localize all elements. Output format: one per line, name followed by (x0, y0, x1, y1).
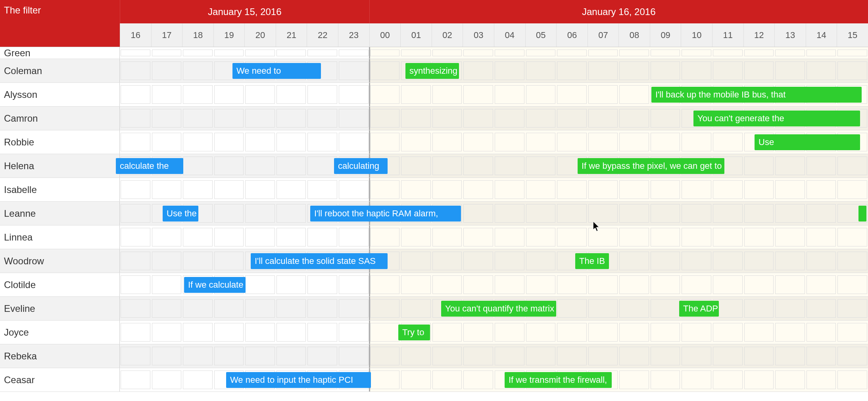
timeline-cell[interactable] (214, 252, 244, 270)
timeline-cell[interactable] (307, 299, 337, 318)
timeline-cell[interactable] (588, 133, 618, 151)
timeline-cell[interactable] (588, 204, 618, 223)
timeline-cell[interactable] (495, 85, 524, 104)
timeline-cell[interactable] (526, 204, 556, 223)
timeline-cell[interactable] (775, 275, 805, 294)
timeline-cell[interactable] (807, 299, 836, 318)
timeline-cell[interactable] (183, 252, 213, 270)
timeline-cell[interactable] (526, 252, 556, 270)
timeline-cell[interactable] (152, 370, 182, 389)
timeline-cell[interactable] (682, 133, 711, 151)
timeline-cell[interactable] (619, 228, 649, 246)
day-header-1[interactable]: January 16, 2016 (369, 0, 868, 23)
timeline-cell[interactable] (526, 157, 556, 175)
hour-header[interactable]: 20 (244, 23, 276, 47)
timeline-cell[interactable] (277, 228, 306, 246)
timeline-cell[interactable] (307, 133, 337, 151)
timeline-cell[interactable] (401, 180, 431, 199)
timeline-cell[interactable] (307, 157, 337, 175)
timeline-cell[interactable] (837, 370, 867, 389)
timeline-cell[interactable] (370, 228, 400, 246)
event-bar[interactable]: synthesizing (405, 63, 459, 79)
timeline-cell[interactable] (837, 347, 867, 365)
timeline-cell[interactable] (401, 299, 431, 318)
resource-label[interactable]: Coleman (0, 59, 120, 82)
timeline-cell[interactable] (401, 133, 431, 151)
timeline-cell[interactable] (121, 85, 150, 104)
timeline-cell[interactable] (463, 347, 493, 365)
timeline-cell[interactable] (307, 275, 337, 294)
timeline-cell[interactable] (619, 50, 649, 56)
resource-track[interactable]: I'll calculate the solid state SASThe IB (120, 249, 868, 273)
timeline-cell[interactable] (588, 85, 618, 104)
timeline-cell[interactable] (121, 228, 150, 246)
timeline-cell[interactable] (837, 252, 867, 270)
timeline-cell[interactable] (495, 323, 524, 342)
hour-header[interactable]: 15 (837, 23, 868, 47)
timeline-cell[interactable] (121, 180, 150, 199)
timeline-cell[interactable] (245, 204, 275, 223)
timeline-cell[interactable] (557, 109, 587, 128)
timeline-cell[interactable] (463, 50, 493, 56)
resource-track[interactable]: If we calculate (120, 273, 868, 296)
timeline-cell[interactable] (121, 323, 150, 342)
resource-track[interactable] (120, 47, 868, 59)
timeline-cell[interactable] (588, 109, 618, 128)
timeline-cell[interactable] (744, 252, 774, 270)
hour-header[interactable]: 17 (151, 23, 182, 47)
timeline-cell[interactable] (152, 133, 182, 151)
timeline-cell[interactable] (339, 180, 369, 199)
timeline-cell[interactable] (775, 61, 805, 80)
event-bar[interactable]: If we bypass the pixel, we can get to (578, 158, 724, 174)
timeline-cell[interactable] (619, 180, 649, 199)
timeline-cell[interactable] (245, 228, 275, 246)
hour-header[interactable]: 05 (525, 23, 557, 47)
hour-header[interactable]: 01 (400, 23, 432, 47)
timeline-cell[interactable] (557, 50, 587, 56)
timeline-cell[interactable] (588, 228, 618, 246)
timeline-cell[interactable] (463, 157, 493, 175)
resource-track[interactable]: calculate thecalculatingIf we bypass the… (120, 154, 868, 178)
timeline-cell[interactable] (495, 133, 524, 151)
timeline-cell[interactable] (463, 370, 493, 389)
timeline-cell[interactable] (526, 275, 556, 294)
timeline-cell[interactable] (744, 157, 774, 175)
timeline-cell[interactable] (713, 50, 743, 56)
timeline-cell[interactable] (495, 109, 524, 128)
timeline-cell[interactable] (651, 50, 680, 56)
timeline-cell[interactable] (713, 228, 743, 246)
timeline-cell[interactable] (775, 299, 805, 318)
timeline-cell[interactable] (807, 157, 836, 175)
timeline-cell[interactable] (245, 109, 275, 128)
timeline-cell[interactable] (463, 85, 493, 104)
hour-header[interactable]: 22 (307, 23, 338, 47)
timeline-cell[interactable] (682, 370, 711, 389)
timeline-cell[interactable] (183, 157, 213, 175)
timeline-cell[interactable] (121, 50, 150, 56)
timeline-cell[interactable] (744, 180, 774, 199)
timeline-cell[interactable] (588, 61, 618, 80)
timeline-cell[interactable] (370, 61, 400, 80)
timeline-cell[interactable] (526, 347, 556, 365)
timeline-cell[interactable] (432, 50, 462, 56)
resource-track[interactable]: You can't generate the (120, 107, 868, 130)
hour-header[interactable]: 21 (276, 23, 307, 47)
timeline-cell[interactable] (526, 109, 556, 128)
timeline-cell[interactable] (277, 299, 306, 318)
timeline-cell[interactable] (619, 323, 649, 342)
resource-track[interactable]: I'll back up the mobile IB bus, that (120, 83, 868, 106)
timeline-cell[interactable] (713, 252, 743, 270)
resource-label[interactable]: Linnea (0, 225, 120, 249)
timeline-cell[interactable] (277, 157, 306, 175)
timeline-cell[interactable] (432, 347, 462, 365)
timeline-cell[interactable] (401, 228, 431, 246)
timeline-cell[interactable] (619, 347, 649, 365)
timeline-cell[interactable] (370, 50, 400, 56)
timeline-cell[interactable] (682, 204, 711, 223)
timeline-cell[interactable] (339, 323, 369, 342)
resource-label[interactable]: Woodrow (0, 249, 120, 273)
timeline-cell[interactable] (432, 370, 462, 389)
resource-label[interactable]: Helena (0, 154, 120, 178)
timeline-cell[interactable] (183, 347, 213, 365)
resource-label[interactable]: Green (0, 47, 120, 59)
